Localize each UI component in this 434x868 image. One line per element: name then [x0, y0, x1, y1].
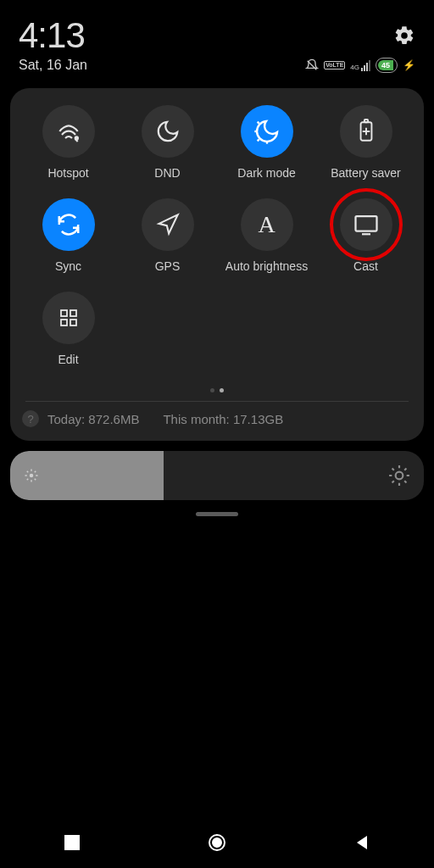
tile-dnd[interactable]: DND [118, 105, 217, 180]
navigation-bar [0, 817, 434, 868]
usage-today: Today: 872.6MB [47, 412, 139, 426]
tile-label: Auto brightness [225, 259, 308, 273]
svg-line-31 [404, 481, 406, 482]
svg-line-33 [404, 469, 406, 470]
svg-rect-15 [70, 320, 76, 326]
tile-auto-brightness[interactable]: A Auto brightness [217, 198, 316, 273]
nav-recents-button[interactable] [47, 826, 97, 860]
svg-marker-37 [357, 836, 367, 849]
svg-rect-34 [64, 835, 80, 850]
svg-line-2 [257, 122, 259, 124]
brightness-fill [10, 451, 164, 500]
navigate-icon [142, 198, 194, 251]
tile-cast[interactable]: Cast [316, 198, 415, 273]
svg-rect-6 [364, 120, 367, 122]
grid-edit-icon [42, 292, 95, 344]
usage-month: This month: 17.13GB [163, 412, 283, 426]
tile-label: Dark mode [237, 166, 295, 180]
svg-point-36 [213, 838, 221, 847]
signal-icon: 4G [350, 60, 370, 71]
brightness-slider[interactable] [10, 451, 424, 500]
tile-label: Cast [353, 259, 378, 273]
svg-line-3 [257, 139, 259, 141]
svg-line-21 [27, 471, 29, 473]
sun-small-icon [24, 468, 39, 483]
dark-mode-icon [241, 105, 293, 158]
question-icon: ? [22, 410, 39, 427]
status-icons: VoLTE 4G 45 ⚡ [305, 58, 415, 73]
nav-back-button[interactable] [337, 826, 387, 860]
svg-rect-13 [70, 310, 76, 316]
svg-rect-14 [61, 320, 67, 326]
hotspot-icon [42, 105, 95, 158]
tile-label: Sync [55, 259, 81, 273]
moon-icon [142, 105, 194, 158]
sun-large-icon [388, 465, 410, 487]
quick-settings-panel: Hotspot DND Dark mode Battery saver Sync [10, 88, 424, 441]
dot [210, 388, 214, 392]
clock-time: 4:13 [19, 15, 85, 56]
svg-rect-12 [61, 310, 67, 316]
svg-marker-9 [159, 214, 177, 233]
status-date: Sat, 16 Jan [19, 58, 87, 73]
svg-rect-10 [355, 216, 376, 231]
svg-line-30 [392, 469, 394, 470]
tile-label: Edit [58, 353, 78, 366]
cast-screen-icon [340, 198, 392, 251]
tile-hotspot[interactable]: Hotspot [19, 105, 118, 180]
tile-battery-saver[interactable]: Battery saver [316, 105, 415, 180]
charging-bolt-icon: ⚡ [403, 59, 415, 71]
tile-sync[interactable]: Sync [19, 198, 118, 273]
tiles-grid: Hotspot DND Dark mode Battery saver Sync [19, 105, 415, 385]
dot-active [220, 388, 224, 392]
battery-indicator: 45 [376, 58, 398, 73]
auto-a-icon: A [241, 198, 293, 251]
tile-dark-mode[interactable]: Dark mode [217, 105, 316, 180]
tile-gps[interactable]: GPS [118, 198, 217, 273]
page-indicator [19, 388, 415, 392]
tile-label: Battery saver [331, 166, 400, 180]
svg-point-16 [30, 474, 34, 478]
svg-line-23 [27, 479, 29, 481]
volte-indicator: VoLTE [324, 61, 345, 70]
tile-label: DND [154, 166, 180, 180]
divider [25, 401, 409, 402]
svg-line-32 [392, 481, 394, 482]
panel-drag-handle[interactable] [196, 512, 238, 516]
tile-edit[interactable]: Edit [19, 292, 118, 366]
sync-icon [42, 198, 95, 251]
svg-line-22 [35, 479, 36, 481]
svg-point-25 [396, 472, 403, 480]
data-usage-row[interactable]: ? Today: 872.6MB This month: 17.13GB [19, 410, 415, 431]
dnd-bell-off-icon [305, 58, 319, 72]
status-header: 4:13 Sat, 16 Jan VoLTE 4G 45 ⚡ [0, 0, 434, 76]
nav-home-button[interactable] [192, 826, 242, 860]
tile-label: GPS [155, 259, 181, 273]
settings-gear-icon[interactable] [393, 25, 415, 47]
battery-plus-icon [340, 105, 392, 158]
tile-label: Hotspot [47, 166, 88, 180]
svg-line-24 [35, 471, 36, 473]
